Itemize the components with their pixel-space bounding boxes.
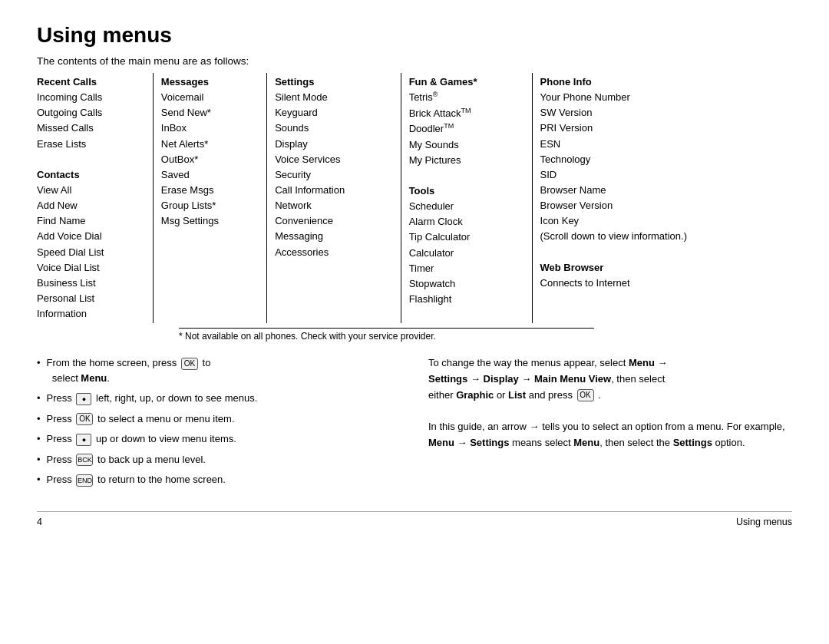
menu-item: Silent Mode: [275, 90, 398, 105]
bullet-text: Press BCK to back up a menu level.: [47, 452, 206, 467]
menu-item: My Sounds: [409, 137, 529, 153]
menu-item: Flashlight: [409, 292, 529, 307]
menu-item: Timer: [409, 261, 529, 276]
menu-item: ESN: [540, 137, 789, 152]
menu-item: Add Voice Dial: [37, 229, 150, 244]
ok-icon: OK: [577, 389, 594, 401]
menu-item: Speed Dial List: [37, 245, 150, 260]
menu-item: Voice Dial List: [37, 260, 150, 276]
menu-item: Find Name: [37, 213, 150, 229]
menu-item: Icon Key: [540, 213, 789, 229]
menu-item: Accessories: [275, 245, 398, 260]
menu-item: Group Lists*: [161, 198, 263, 213]
menu-item: Messaging: [275, 229, 398, 244]
right-para-1: To change the way the menus appear, sele…: [428, 355, 792, 403]
footer-page-number: 4: [37, 517, 42, 527]
col-header-settings: Settings: [275, 74, 398, 90]
menu-item: DoodlerTM: [409, 121, 529, 137]
menu-item: Erase Lists: [37, 137, 150, 152]
ok-icon: OK: [76, 413, 93, 425]
menu-item: Your Phone Number: [540, 90, 789, 105]
menu-item: Voice Services: [275, 152, 398, 167]
menu-item: Tip Calculator: [409, 230, 529, 245]
menu-note: (Scroll down to view information.): [540, 229, 789, 244]
bullet-list: From the home screen, press OK to select…: [37, 355, 401, 487]
menu-item: Sounds: [275, 121, 398, 136]
list-item: Press BCK to back up a menu level.: [37, 452, 401, 467]
menu-item: SW Version: [540, 105, 789, 121]
nav-icon: ●: [76, 393, 91, 405]
menu-item: Incoming Calls: [37, 90, 150, 105]
menu-item: Personal List: [37, 291, 150, 306]
col-recent-calls: Recent Calls Incoming Calls Outgoing Cal…: [37, 73, 153, 323]
menu-item: Convenience: [275, 213, 398, 229]
menu-item: Alarm Clock: [409, 214, 529, 230]
col-phone-info: Phone Info Your Phone Number SW Version …: [532, 73, 792, 323]
bullet-text: Press END to return to the home screen.: [47, 472, 226, 487]
list-item: Press END to return to the home screen.: [37, 472, 401, 487]
intro-text: The contents of the main menu are as fol…: [37, 55, 792, 67]
menu-item: Security: [275, 167, 398, 183]
menu-item: Brick AttackTM: [409, 106, 529, 121]
list-item: Press OK to select a menu or menu item.: [37, 411, 401, 427]
col-subheader-tools: Tools: [409, 183, 529, 199]
menu-item: Technology: [540, 152, 789, 167]
back-icon: BCK: [76, 454, 93, 466]
col-subheader-contacts: Contacts: [37, 167, 150, 183]
menu-item: InBox: [161, 121, 263, 136]
menu-item: SID: [540, 167, 789, 183]
menu-item: OutBox*: [161, 152, 263, 167]
menu-item: PRI Version: [540, 121, 789, 136]
col-subheader-web-browser: Web Browser: [540, 260, 789, 276]
list-item: From the home screen, press OK to select…: [37, 355, 401, 385]
footer-bar: 4 Using menus: [37, 511, 792, 527]
col-header-messages: Messages: [161, 74, 263, 90]
col-header-phone-info: Phone Info: [540, 74, 789, 90]
menu-item: Send New*: [161, 105, 263, 121]
menu-item: Add New: [37, 198, 150, 213]
col-messages: Messages Voicemail Send New* InBox Net A…: [153, 73, 266, 323]
menu-item: Network: [275, 198, 398, 213]
menu-item: Outgoing Calls: [37, 105, 150, 121]
menu-item: View All: [37, 183, 150, 198]
menu-item: Stopwatch: [409, 276, 529, 292]
menu-item: Msg Settings: [161, 213, 263, 229]
menu-item: Keyguard: [275, 105, 398, 121]
menu-item: Information: [37, 306, 150, 322]
menu-item: Call Information: [275, 183, 398, 198]
col-header-fun-games: Fun & Games*: [409, 74, 529, 90]
menu-item: Browser Version: [540, 198, 789, 213]
col-fun-games: Fun & Games* Tetris® Brick AttackTM Dood…: [401, 73, 532, 323]
menu-item: Missed Calls: [37, 121, 150, 136]
menu-item: Scheduler: [409, 199, 529, 214]
bullet-text: Press OK to select a menu or menu item.: [47, 411, 235, 427]
col-settings: Settings Silent Mode Keyguard Sounds Dis…: [267, 73, 401, 323]
menu-item: Connects to Internet: [540, 276, 789, 291]
menu-item: My Pictures: [409, 153, 529, 168]
list-item: Press ● up or down to view menu items.: [37, 431, 401, 447]
menu-item: Calculator: [409, 246, 529, 261]
menu-item: Saved: [161, 167, 263, 183]
list-item: Press ● left, right, up, or down to see …: [37, 391, 401, 406]
menu-table: Recent Calls Incoming Calls Outgoing Cal…: [37, 73, 792, 323]
menu-item: Voicemail: [161, 90, 263, 105]
col-header-recent-calls: Recent Calls: [37, 74, 150, 90]
ok-icon: OK: [181, 358, 198, 370]
bullet-text: From the home screen, press OK to select…: [47, 355, 211, 385]
menu-item: Display: [275, 137, 398, 152]
bullets-left: From the home screen, press OK to select…: [37, 355, 401, 493]
bullet-text: Press ● left, right, up, or down to see …: [47, 391, 258, 406]
menu-item: Erase Msgs: [161, 183, 263, 198]
menu-item: Browser Name: [540, 183, 789, 198]
menu-item: Business List: [37, 276, 150, 291]
bullets-right: To change the way the menus appear, sele…: [428, 355, 792, 493]
footer-section-label: Using menus: [736, 517, 792, 527]
bullet-text: Press ● up or down to view menu items.: [47, 431, 236, 447]
menu-item: Net Alerts*: [161, 137, 263, 152]
end-icon: END: [76, 474, 93, 487]
footnote: * Not available on all phones. Check wit…: [179, 328, 594, 342]
menu-item: Tetris®: [409, 90, 529, 105]
nav-icon: ●: [76, 434, 91, 446]
page-title: Using menus: [37, 23, 792, 48]
bullets-section: From the home screen, press OK to select…: [37, 355, 792, 493]
